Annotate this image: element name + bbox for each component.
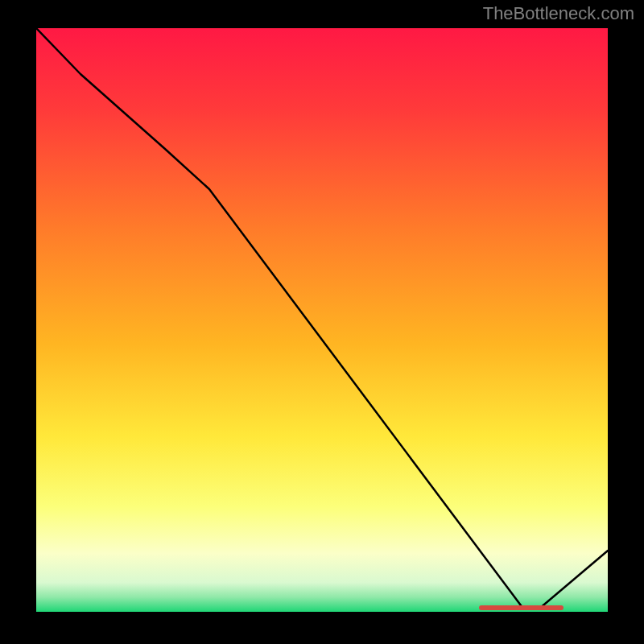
watermark-text: TheBottleneck.com	[483, 3, 634, 24]
chart-background	[36, 28, 608, 612]
baseline-marker	[479, 605, 564, 610]
chart-svg	[36, 28, 608, 612]
chart-area	[36, 28, 608, 612]
